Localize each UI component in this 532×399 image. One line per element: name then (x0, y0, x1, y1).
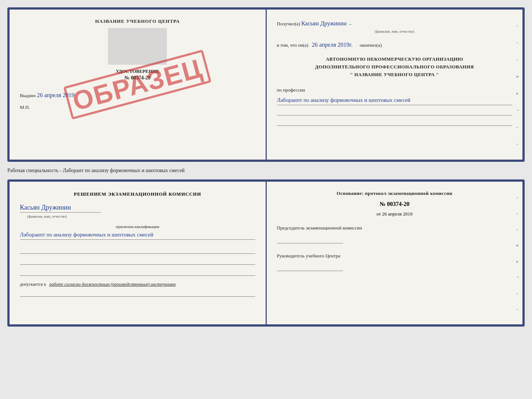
допускается-value: работе согласно должностным (производств… (49, 282, 176, 287)
date-prefix: в том, что он(а) (277, 42, 309, 48)
top-document: НАЗВАНИЕ УЧЕБНОГО ЦЕНТРА УДОСТОВЕРЕНИЕ №… (7, 7, 525, 162)
chairman-block: Председатель экзаменационной комиссии (277, 224, 513, 243)
specialty-label: Рабочая специальность - Лаборант по анал… (7, 166, 525, 175)
page-wrapper: НАЗВАНИЕ УЧЕБНОГО ЦЕНТРА УДОСТОВЕРЕНИЕ №… (7, 7, 525, 327)
bottom-doc-right: Основание: протокол экзаменационной коми… (267, 182, 523, 324)
line-1 (20, 247, 255, 254)
cert-photo-placeholder (108, 28, 167, 65)
org-line3: " НАЗВАНИЕ УЧЕБНОГО ЦЕНТРА " (277, 71, 513, 79)
допускается-prefix: допускается к (20, 282, 46, 287)
top-doc-left: НАЗВАНИЕ УЧЕБНОГО ЦЕНТРА УДОСТОВЕРЕНИЕ №… (10, 10, 266, 160)
protocol-number: № 00374-20 (277, 201, 513, 207)
received-name: Касьян Дружинин (301, 20, 347, 26)
date-value: 26 апреля 2019 (382, 211, 413, 217)
bottom-fio-hint: (фамилия, имя, отчество) (27, 214, 67, 218)
head-block: Руководитель учебного Центра (277, 252, 513, 271)
bottom-lines (20, 247, 255, 276)
допускается-block: допускается к работе согласно должностны… (20, 282, 255, 287)
extra-line-2 (277, 119, 513, 126)
received-label: Получил(а) (277, 21, 300, 26)
issued-prefix: Выдано (20, 93, 36, 98)
finished-label: окончил(а) (360, 42, 382, 48)
head-label: Руководитель учебного Центра (277, 252, 513, 260)
org-line2: ДОПОЛНИТЕЛЬНОГО ПРОФЕССИОНАЛЬНОГО ОБРАЗО… (277, 63, 513, 71)
profession-prefix: по профессии (277, 87, 305, 93)
top-right-side-marks: – – – и а ← – – (516, 10, 520, 160)
osnование-block: Основание: протокол экзаменационной коми… (277, 190, 513, 196)
cert-label: УДОСТОВЕРЕНИЕ (20, 68, 255, 74)
fio-hint: (фамилия, имя, отчество) (277, 28, 513, 35)
qualification-prefix: присвоена квалификация (20, 224, 255, 229)
org-line1: АВТОНОМНУЮ НЕКОММЕРЧЕСКУЮ ОРГАНИЗАЦИЮ (277, 56, 513, 63)
date-value: 26 апреля 2019г. (312, 42, 353, 48)
profession-block: по профессии Лаборанпт по анализу формов… (277, 86, 513, 106)
mp-line: М.П. (20, 104, 255, 110)
date-prefix: от (377, 211, 381, 217)
extra-line-1 (277, 109, 513, 115)
protocol-date: от 26 апреля 2019 (277, 211, 513, 217)
top-right-content: Получил(а) Касьян Дружинин – (фамилия, и… (277, 18, 513, 126)
bottom-name-row: Касьян Дружинин (фамилия, имя, отчество) (20, 204, 255, 219)
bottom-right-side-marks: – – – и а ← – – (515, 182, 521, 324)
line-2 (20, 258, 255, 265)
top-doc-right: Получил(а) Касьян Дружинин – (фамилия, и… (267, 10, 523, 160)
chairman-label: Председатель экзаменационной комиссии (277, 224, 513, 232)
issued-date: 26 апреля 2019 (37, 92, 75, 98)
line-3 (20, 269, 255, 276)
chairman-sig-line (277, 235, 343, 243)
cert-number: № 00374-20 (20, 75, 255, 81)
top-left-title: НАЗВАНИЕ УЧЕБНОГО ЦЕНТРА (20, 18, 255, 24)
bottom-document: Решением экзаменационной комиссии Касьян… (7, 179, 525, 327)
org-block: АВТОНОМНУЮ НЕКОММЕРЧЕСКУЮ ОРГАНИЗАЦИЮ ДО… (277, 56, 513, 78)
received-row: Получил(а) Касьян Дружинин – (фамилия, и… (277, 18, 513, 35)
profession-value: Лаборанпт по анализу формовочных и шихто… (277, 96, 513, 106)
head-sig-line (277, 262, 343, 271)
bottom-name: Касьян Дружинин (20, 204, 101, 213)
date-row: в том, что он(а) 26 апреля 2019г. окончи… (277, 40, 513, 50)
bottom-sig-line (20, 290, 255, 297)
qualification-value: Лаборанпт по анализу формовочных и шихто… (20, 230, 255, 240)
commission-title: Решением экзаменационной комиссии (20, 190, 255, 198)
bottom-doc-left: Решением экзаменационной комиссии Касьян… (10, 182, 266, 324)
issued-line: Выдано 26 апреля 2019 (20, 92, 255, 99)
